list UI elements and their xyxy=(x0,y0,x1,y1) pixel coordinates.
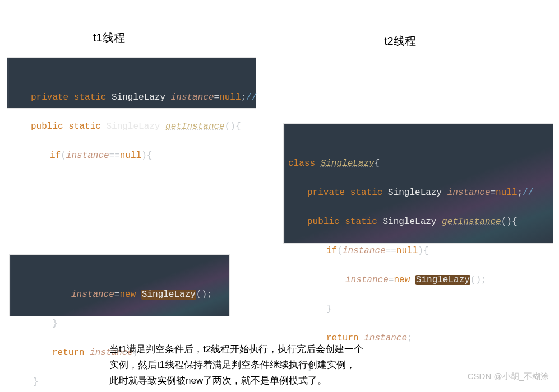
explanation-line-2: 实例，然后t1线程保持着满足判空条件继续执行创建实例， xyxy=(109,357,451,373)
explanation-line-1: 当t1满足判空条件后，t2线程开始执行，执行完后会创建一个 xyxy=(109,342,451,357)
explanation-text: 当t1满足判空条件后，t2线程开始执行，执行完后会创建一个 实例，然后t1线程保… xyxy=(109,342,451,389)
vertical-divider xyxy=(266,10,266,337)
heading-t2-thread: t2线程 xyxy=(384,34,416,49)
watermark: CSDN @小胡_不糊涂 xyxy=(468,371,549,382)
code-block-t2: class SingleLazy{ private static SingleL… xyxy=(284,124,553,243)
code-block-t1-top: private static SingleLazy instance=null;… xyxy=(7,58,256,108)
explanation-line-3: 此时就导致实例被new了两次，就不是单例模式了。 xyxy=(109,373,451,389)
diagram-canvas: t1线程 t2线程 private static SingleLazy inst… xyxy=(0,0,559,392)
heading-t1-thread: t1线程 xyxy=(93,30,125,45)
code-block-t1-bottom: instance=new SingleLazy(); } return inst… xyxy=(10,255,229,316)
